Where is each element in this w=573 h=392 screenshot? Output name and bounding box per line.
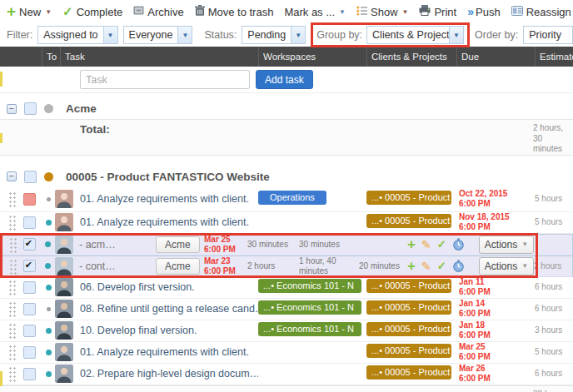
task-title[interactable]: 01. Analyze requirements with client. — [80, 216, 258, 228]
client-button[interactable]: Acme — [156, 236, 200, 253]
row-checkbox[interactable] — [23, 260, 36, 272]
client-button[interactable]: Acme — [156, 258, 200, 275]
edit-pencil-icon[interactable]: ✎ — [421, 260, 431, 273]
timer-icon[interactable] — [452, 260, 465, 272]
complete-check-icon[interactable]: ✓ — [437, 238, 446, 251]
subtask-title[interactable]: - acm… — [79, 239, 156, 251]
client-badge[interactable]: ...• 00005 - Product FA — [366, 214, 451, 228]
task-title[interactable]: 06. Develop first version. — [80, 281, 258, 293]
filter-label: Filter: — [7, 29, 32, 41]
task-title[interactable]: 01. Analyze requirements with client. — [80, 193, 258, 205]
collapse-icon[interactable]: − — [7, 171, 17, 181]
table-row[interactable]: 08. Refine until getting a release cand…… — [0, 299, 573, 320]
add-task-button[interactable]: Add task — [256, 70, 313, 89]
drag-handle-icon[interactable] — [8, 258, 17, 275]
left-marker — [0, 72, 2, 87]
chevron-down-icon: ▼ — [521, 262, 528, 270]
row-checkbox[interactable] — [23, 303, 36, 315]
table-row-subtask[interactable]: - cont… Acme Mar 236:00 PM 2 hours 1 hou… — [0, 256, 573, 277]
new-button[interactable]: +New▼ — [7, 6, 52, 18]
assignee-select[interactable]: Everyone▼ — [123, 26, 193, 44]
status-label: Status: — [204, 29, 237, 41]
due-date: Nov 18, 20156:00 PM — [456, 212, 535, 232]
drag-handle-icon[interactable] — [7, 279, 17, 295]
client-badge[interactable]: ...• 00005 - Product FA — [366, 300, 451, 315]
group-checkbox[interactable] — [24, 102, 37, 115]
timer-icon[interactable] — [452, 238, 465, 251]
row-checkbox[interactable] — [23, 346, 36, 359]
table-row[interactable]: 02. Prepare high-level design docum… ...… — [0, 364, 573, 385]
workspace-badge[interactable]: ...• Economics 101 - N — [258, 322, 361, 336]
left-marker — [0, 371, 2, 386]
header-to[interactable]: To — [42, 47, 60, 67]
add-task-input[interactable] — [80, 70, 250, 89]
table-row[interactable]: 01. Analyze requirements with client. Op… — [0, 187, 573, 212]
header-clients-projects[interactable]: Clients & Projects — [366, 47, 456, 67]
table-row-subtask[interactable]: - acm… Acme Mar 256:00 PM 30 minutes 30 … — [0, 234, 573, 256]
workspace-badge[interactable]: Operations — [258, 191, 326, 205]
table-row[interactable]: 01. Analyze requirements with client. ..… — [0, 342, 573, 364]
table-row[interactable]: 06. Develop first version. ...• Economic… — [0, 277, 573, 299]
time-spent: 2 hours — [247, 261, 299, 270]
filter-field-select[interactable]: Assigned to▼ — [37, 26, 117, 44]
drag-handle-icon[interactable] — [7, 191, 17, 207]
group-checkbox[interactable] — [24, 171, 37, 183]
print-button[interactable]: Print — [419, 5, 456, 18]
estimate: 6 hours — [535, 369, 573, 379]
client-badge[interactable]: ...• 00005 - Product FA — [366, 365, 451, 380]
move-to-trash-button[interactable]: Move to trash — [195, 5, 274, 18]
header-task[interactable]: Task — [60, 47, 258, 67]
drag-handle-icon[interactable] — [7, 322, 17, 339]
row-checkbox[interactable] — [23, 193, 36, 206]
task-title[interactable]: 01. Analyze requirements with client. — [80, 346, 258, 358]
client-badge[interactable]: ...• 00005 - Product FA — [366, 322, 451, 336]
add-icon[interactable]: + — [407, 261, 416, 272]
row-checkbox[interactable] — [23, 216, 36, 229]
actions-button[interactable]: Actions▼ — [479, 257, 534, 275]
client-badge[interactable]: ...• 00005 - Product FA — [366, 344, 451, 358]
drag-handle-icon[interactable] — [7, 344, 17, 360]
drag-handle-icon[interactable] — [7, 214, 17, 231]
drag-handle-icon[interactable] — [7, 300, 17, 317]
group-title: Acme — [66, 102, 97, 115]
workspace-badge[interactable]: ...• Economics 101 - N — [258, 279, 361, 293]
client-badge[interactable]: ...• 00005 - Product FA — [366, 279, 451, 293]
row-checkbox[interactable] — [23, 325, 36, 337]
header-due[interactable]: Due — [456, 47, 535, 67]
chevron-down-icon: ▼ — [339, 8, 346, 16]
reassign-tasks-button[interactable]: Reassign tasks — [511, 6, 573, 18]
complete-button[interactable]: ✓Complete — [62, 4, 122, 19]
edit-pencil-icon[interactable]: ✎ — [421, 238, 431, 251]
mark-as-button[interactable]: Mark as ...▼ — [284, 6, 346, 18]
actions-button[interactable]: Actions▼ — [479, 236, 534, 254]
collapse-icon[interactable]: − — [7, 104, 17, 114]
workspace-badge[interactable]: ...• Economics 101 - N — [258, 300, 361, 315]
header-estimate[interactable]: Estimate — [535, 47, 573, 67]
order-by-select[interactable]: Priority — [523, 26, 573, 44]
drag-handle-icon[interactable] — [7, 365, 17, 382]
task-title[interactable]: 08. Refine until getting a release cand… — [80, 303, 258, 315]
add-icon[interactable]: + — [407, 239, 416, 251]
list-icon — [356, 6, 367, 18]
row-checkbox[interactable] — [23, 281, 36, 294]
double-chevron-icon: » — [467, 5, 472, 18]
show-button[interactable]: Show▼ — [356, 6, 408, 18]
row-checkbox[interactable] — [23, 238, 36, 251]
task-title[interactable]: 02. Prepare high-level design docum… — [80, 368, 258, 380]
group-dot-icon — [44, 172, 53, 181]
client-badge[interactable]: ...• 00005 - Product FA — [366, 191, 451, 205]
complete-check-icon[interactable]: ✓ — [437, 260, 446, 272]
subtask-title[interactable]: - cont… — [79, 261, 156, 272]
group-by-select[interactable]: Clients & Project▼ — [366, 26, 464, 44]
table-row[interactable]: 01. Analyze requirements with client. ..… — [0, 212, 573, 234]
drag-handle-icon[interactable] — [8, 236, 17, 253]
archive-button[interactable]: Archive — [133, 5, 183, 18]
avatar — [55, 236, 73, 254]
header-workspaces[interactable]: Workspaces — [258, 47, 366, 67]
push-button[interactable]: »Push — [467, 5, 500, 18]
task-title[interactable]: 10. Develop final version. — [80, 325, 258, 336]
group-total-row: Total: 2 hours, 30 minutes — [0, 119, 573, 156]
status-select[interactable]: Pending▼ — [242, 26, 306, 44]
row-checkbox[interactable] — [23, 368, 36, 380]
table-row[interactable]: 10. Develop final version. ...• Economic… — [0, 320, 573, 342]
